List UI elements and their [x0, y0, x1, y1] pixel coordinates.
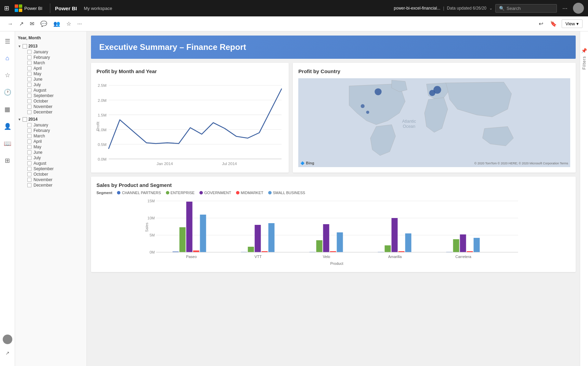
month-checkbox[interactable]: [27, 66, 31, 70]
tree-month-november-2013[interactable]: November: [27, 104, 84, 109]
tree-month-november-2014[interactable]: November: [27, 177, 84, 182]
month-checkbox[interactable]: [27, 55, 31, 59]
month-checkbox[interactable]: [27, 161, 31, 165]
month-checkbox[interactable]: [27, 156, 31, 160]
bookmark-icon[interactable]: ☆: [64, 19, 73, 28]
teams-icon[interactable]: 👥: [51, 19, 62, 28]
back-icon[interactable]: →: [5, 19, 15, 28]
bar[interactable]: [405, 233, 411, 252]
tree-month-september-2013[interactable]: September: [27, 93, 84, 98]
chevron-down-icon[interactable]: ⌄: [489, 6, 493, 11]
tree-month-december-2013[interactable]: December: [27, 109, 84, 115]
tree-month-july-2013[interactable]: July: [27, 82, 84, 87]
search-input[interactable]: [507, 6, 548, 11]
tree-year-label-2014[interactable]: ▼2014: [18, 116, 84, 122]
grid-menu-icon[interactable]: ⊞: [4, 4, 9, 12]
tree-month-august-2014[interactable]: August: [27, 161, 84, 166]
bar[interactable]: [460, 234, 466, 252]
year-checkbox[interactable]: [23, 117, 27, 122]
bar-chart-title: Sales by Product and Segment: [96, 182, 570, 188]
tree-month-january-2014[interactable]: January: [27, 122, 84, 128]
caret-icon: ▼: [18, 44, 21, 48]
undo-icon[interactable]: ↩: [537, 19, 545, 28]
people-icon[interactable]: 👤: [2, 121, 13, 132]
month-checkbox[interactable]: [27, 172, 31, 176]
tree-month-march-2013[interactable]: March: [27, 60, 84, 66]
tree-month-july-2014[interactable]: July: [27, 155, 84, 161]
apps-icon[interactable]: ⊞: [3, 155, 12, 166]
bar[interactable]: [180, 227, 186, 252]
email-icon[interactable]: ✉: [28, 19, 36, 28]
expand-icon[interactable]: ↗: [3, 348, 12, 358]
tree-month-december-2014[interactable]: December: [27, 182, 84, 188]
star-icon[interactable]: ☆: [3, 69, 12, 81]
home-icon[interactable]: ⌂: [3, 53, 11, 64]
bar[interactable]: [392, 218, 398, 252]
month-checkbox[interactable]: [27, 110, 31, 114]
search-box[interactable]: 🔍: [495, 4, 557, 13]
tree-month-january-2013[interactable]: January: [27, 49, 84, 55]
dashboard-icon[interactable]: ▦: [2, 104, 12, 115]
tree-month-june-2014[interactable]: June: [27, 150, 84, 155]
month-checkbox[interactable]: [27, 123, 31, 127]
month-checkbox[interactable]: [27, 72, 31, 76]
bar[interactable]: [316, 240, 323, 252]
more-options-icon[interactable]: ···: [562, 5, 567, 12]
month-checkbox[interactable]: [27, 99, 31, 103]
bar[interactable]: [200, 215, 206, 252]
bar[interactable]: [323, 224, 329, 252]
month-checkbox[interactable]: [27, 94, 31, 98]
svg-point-21: [366, 111, 369, 114]
bookmarks-icon[interactable]: 🔖: [548, 19, 559, 28]
month-checkbox[interactable]: [27, 77, 31, 81]
tree-month-october-2013[interactable]: October: [27, 98, 84, 104]
tree-month-may-2014[interactable]: May: [27, 144, 84, 150]
view-button[interactable]: View ▾: [562, 19, 583, 28]
tree-month-september-2014[interactable]: September: [27, 166, 84, 172]
bar[interactable]: [453, 239, 459, 252]
tree-month-april-2014[interactable]: April: [27, 139, 84, 144]
filters-label[interactable]: Filters: [582, 56, 587, 70]
clock-icon[interactable]: 🕐: [2, 86, 13, 98]
bar[interactable]: [255, 225, 261, 252]
month-checkbox[interactable]: [27, 178, 31, 182]
month-checkbox[interactable]: [27, 50, 31, 54]
month-checkbox[interactable]: [27, 88, 31, 92]
month-checkbox[interactable]: [27, 139, 31, 144]
book-icon[interactable]: 📖: [2, 138, 13, 149]
bar[interactable]: [269, 223, 275, 252]
month-checkbox[interactable]: [27, 183, 31, 187]
month-checkbox[interactable]: [27, 105, 31, 109]
year-checkbox[interactable]: [23, 44, 27, 49]
bar[interactable]: [385, 245, 391, 252]
hamburger-menu-icon[interactable]: ☰: [3, 36, 12, 47]
share-icon[interactable]: ↗: [17, 19, 26, 28]
tree-month-february-2013[interactable]: February: [27, 55, 84, 60]
tree-month-october-2014[interactable]: October: [27, 172, 84, 177]
month-checkbox[interactable]: [27, 83, 31, 87]
tree-month-february-2014[interactable]: February: [27, 128, 84, 133]
month-checkbox[interactable]: [27, 145, 31, 149]
tree-month-april-2013[interactable]: April: [27, 66, 84, 71]
month-checkbox[interactable]: [27, 128, 31, 133]
month-checkbox[interactable]: [27, 61, 31, 65]
month-checkbox[interactable]: [27, 167, 31, 171]
avatar[interactable]: [573, 3, 584, 14]
user-avatar[interactable]: [3, 335, 12, 344]
tree-month-august-2013[interactable]: August: [27, 87, 84, 93]
bar[interactable]: [474, 238, 480, 252]
chat-icon[interactable]: 💬: [38, 19, 49, 28]
workspace-label[interactable]: My workspace: [84, 6, 112, 11]
pin-icon[interactable]: 📌: [581, 48, 587, 53]
bar[interactable]: [337, 232, 343, 252]
tree-month-may-2013[interactable]: May: [27, 71, 84, 77]
month-checkbox[interactable]: [27, 134, 31, 138]
tree-month-june-2013[interactable]: June: [27, 77, 84, 82]
tree-month-march-2014[interactable]: March: [27, 133, 84, 139]
bar[interactable]: [248, 247, 254, 252]
month-checkbox[interactable]: [27, 150, 31, 154]
bar[interactable]: [186, 202, 193, 252]
tree-year-label-2013[interactable]: ▼2013: [18, 43, 84, 49]
more-icon[interactable]: ···: [75, 19, 84, 28]
bar[interactable]: [193, 250, 199, 252]
